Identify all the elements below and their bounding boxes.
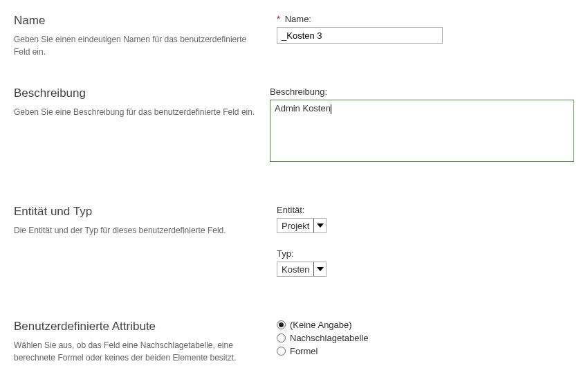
section-description-left: Beschreibung Geben Sie eine Beschreibung…	[14, 86, 270, 118]
name-label-text: Name:	[285, 14, 311, 24]
description-field-group: Beschreibung: Admin Kosten	[270, 86, 574, 162]
section-description-desc: Geben Sie eine Beschreibung für das benu…	[14, 106, 256, 118]
section-name-title: Name	[14, 14, 263, 28]
attribute-radio-lookup[interactable]: Nachschlagetabelle	[277, 333, 574, 343]
name-field-label: * Name:	[277, 14, 574, 24]
type-field-label: Typ:	[277, 248, 574, 259]
required-asterisk: *	[277, 14, 280, 24]
attribute-radio-none[interactable]: (Keine Angabe)	[277, 320, 574, 330]
section-description: Beschreibung Geben Sie eine Beschreibung…	[14, 86, 574, 177]
section-entity-title: Entität und Typ	[14, 205, 263, 219]
section-name-left: Name Geben Sie einen eindeutigen Namen f…	[14, 14, 277, 58]
type-select-value: Kosten	[277, 264, 313, 275]
section-attributes-left: Benutzerdefinierte Attribute Wählen Sie …	[14, 320, 277, 364]
section-attributes: Benutzerdefinierte Attribute Wählen Sie …	[14, 320, 574, 364]
name-field-group: * Name:	[277, 14, 574, 44]
attribute-radio-formula-label: Formel	[290, 346, 318, 356]
section-description-right: Beschreibung: Admin Kosten	[270, 86, 574, 177]
section-name-desc: Geben Sie einen eindeutigen Namen für da…	[14, 33, 263, 58]
svg-marker-0	[317, 223, 324, 228]
description-textarea[interactable]: Admin Kosten	[270, 100, 574, 162]
attribute-radio-lookup-label: Nachschlagetabelle	[290, 333, 368, 343]
section-attributes-desc: Wählen Sie aus, ob das Feld eine Nachsch…	[14, 339, 263, 364]
svg-marker-1	[317, 267, 324, 271]
radio-icon	[277, 333, 286, 342]
section-attributes-title: Benutzerdefinierte Attribute	[14, 320, 263, 333]
type-field-group: Typ: Kosten	[277, 248, 574, 277]
text-cursor	[331, 104, 331, 114]
section-entity-left: Entität und Typ Die Entität und der Typ …	[14, 205, 277, 237]
section-name: Name Geben Sie einen eindeutigen Namen f…	[14, 14, 574, 59]
radio-icon	[277, 347, 286, 356]
chevron-down-icon	[313, 219, 326, 232]
section-description-title: Beschreibung	[14, 86, 256, 100]
entity-field-label: Entität:	[277, 205, 574, 215]
radio-dot-icon	[279, 322, 284, 327]
entity-select-value: Projekt	[277, 221, 313, 231]
chevron-down-icon	[313, 262, 326, 276]
entity-field-group: Entität: Projekt	[277, 205, 574, 233]
attribute-radio-formula[interactable]: Formel	[277, 346, 574, 356]
description-field-label: Beschreibung:	[270, 86, 574, 97]
section-entity-right: Entität: Projekt Typ: Kosten	[277, 205, 574, 292]
attribute-radio-none-label: (Keine Angabe)	[290, 320, 352, 330]
type-select[interactable]: Kosten	[277, 262, 327, 277]
section-entity-desc: Die Entität und der Typ für dieses benut…	[14, 224, 263, 237]
section-name-right: * Name:	[277, 14, 574, 59]
section-entity-type: Entität und Typ Die Entität und der Typ …	[14, 205, 574, 292]
entity-select[interactable]: Projekt	[277, 218, 327, 233]
name-input[interactable]	[277, 27, 443, 44]
section-attributes-right: (Keine Angabe) Nachschlagetabelle Formel	[277, 320, 574, 359]
radio-icon	[277, 320, 286, 329]
